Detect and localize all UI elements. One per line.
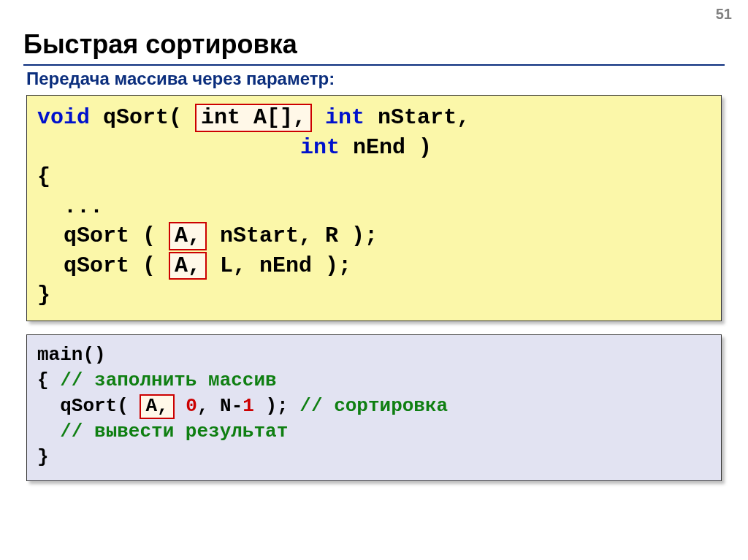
code-text: { <box>37 369 60 391</box>
code-text: { <box>37 164 50 189</box>
page-number: 51 <box>716 6 732 23</box>
comment: // вывести результат <box>60 421 288 442</box>
code-text <box>312 105 325 130</box>
code-text: main() <box>37 344 106 366</box>
title-divider <box>23 64 725 66</box>
code-text: ); <box>254 395 299 417</box>
code-text: } <box>37 283 50 307</box>
comment: // заполнить массив <box>60 369 276 391</box>
code-text: qSort( <box>37 395 140 417</box>
highlight-arg-a: A, <box>169 222 207 250</box>
highlight-arg-a: A, <box>169 252 207 280</box>
number-literal: 1 <box>243 395 254 417</box>
keyword-int: int <box>325 105 365 130</box>
code-text: nStart, <box>365 105 470 130</box>
highlight-arg-a: A, <box>140 394 174 419</box>
code-text: qSort ( <box>37 253 169 278</box>
code-block-usage: main() { // заполнить массив qSort( A, 0… <box>26 334 722 481</box>
code-text <box>37 421 60 442</box>
keyword-int: int <box>300 135 340 160</box>
comment: // сортировка <box>299 395 448 417</box>
code-text <box>175 395 186 417</box>
number-literal: 0 <box>186 395 197 417</box>
code-text: qSort( <box>90 105 195 130</box>
subtitle: Передача массива через параметр: <box>26 69 725 89</box>
slide: 51 Быстрая сортировка Передача массива ч… <box>0 0 748 481</box>
code-text: , N- <box>197 395 243 417</box>
code-text: L, nEnd ); <box>207 253 351 278</box>
code-text: ... <box>37 194 103 219</box>
code-text: nStart, R ); <box>207 223 378 248</box>
keyword-void: void <box>37 105 90 130</box>
code-text: qSort ( <box>37 223 169 248</box>
page-title: Быстрая сортировка <box>23 29 725 60</box>
highlight-param-array: int A[], <box>195 104 312 132</box>
code-text: nEnd ) <box>340 135 432 160</box>
code-text <box>37 135 300 160</box>
code-block-main: void qSort( int A[], int nStart, int nEn… <box>26 95 722 321</box>
code-text: } <box>37 446 49 468</box>
